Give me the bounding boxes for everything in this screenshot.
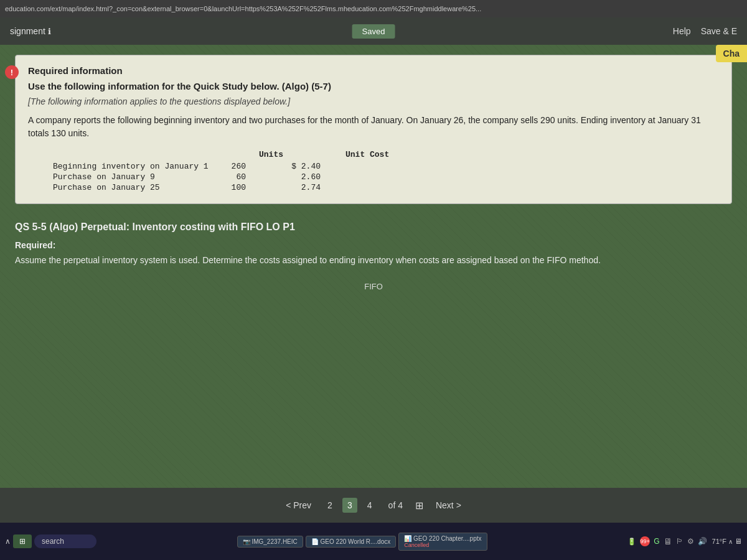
display-icon: 🖥 (735, 537, 742, 546)
app-title: signment ℹ (10, 26, 673, 36)
page-3-active[interactable]: 3 (342, 498, 357, 513)
taskbar-start[interactable]: ⊞ (13, 534, 32, 548)
taskbar-pptx-label: 📊 GEO 220 Chapter....pptx (404, 535, 481, 542)
row2-label: Purchase on January 9 (53, 172, 209, 182)
page-4[interactable]: 4 (364, 499, 376, 511)
app-header: signment ℹ Saved Help Save & E (0, 17, 747, 45)
address-bar: education.com/ext/map/index.html?_con=co… (0, 0, 747, 17)
grid-icon[interactable]: ⊞ (415, 500, 423, 511)
wifi-icon: G (654, 537, 659, 546)
qs-required: Required: (15, 240, 732, 250)
flag-icon: 🏳 (676, 537, 684, 546)
info-subtitle: [The following information applies to th… (28, 96, 719, 106)
qs-title: QS 5-5 (Algo) Perpetual: Inventory costi… (15, 222, 732, 233)
taskbar-up-arrow[interactable]: ∧ (5, 537, 11, 546)
taskbar: ∧ ⊞ search 📷 IMG_2237.HEIC 📄 GEO 220 Wor… (0, 523, 747, 560)
taskbar-item-label: 📷 IMG_2237.HEIC (243, 538, 298, 545)
row2-units: 60 (209, 172, 246, 182)
info-heading: Required information (28, 65, 719, 76)
page-numbers: 2 3 4 (324, 498, 376, 513)
settings-icon: ⚙ (687, 537, 694, 546)
taskbar-system-icons: 🔋 99+ G 🖥 🏳 ⚙ 🔊 (627, 536, 707, 546)
saved-indicator: Saved (352, 24, 395, 39)
row3-label: Purchase on January 25 (53, 183, 209, 192)
main-content: Required information Use the following i… (0, 45, 747, 485)
page-2[interactable]: 2 (324, 499, 336, 511)
fifo-label: FIFO (15, 282, 732, 291)
info-subheading: Use the following information for the Qu… (28, 81, 719, 91)
header-right: Help Save & E (673, 26, 737, 36)
url-text: education.com/ext/map/index.html?_con=co… (5, 5, 481, 12)
info-description: A company reports the following beginnin… (28, 114, 719, 140)
row3-cost: 2.74 (271, 183, 321, 192)
search-label: search (42, 537, 64, 546)
notification-badge: 99+ (640, 536, 650, 546)
info-box: Required information Use the following i… (15, 55, 732, 204)
row1-label: Beginning inventory on January 1 (53, 162, 209, 171)
taskbar-right: 🔋 99+ G 🖥 🏳 ⚙ 🔊 71°F ∧ 🖥 (627, 536, 742, 546)
taskbar-middle: 📷 IMG_2237.HEIC 📄 GEO 220 World R....doc… (99, 533, 625, 551)
temp-label: 71°F (712, 538, 726, 545)
bottom-navigation: < Prev 2 3 4 of 4 ⊞ Next > (0, 488, 747, 523)
cha-button[interactable]: Cha (716, 45, 747, 62)
row2-cost: 2.60 (271, 172, 321, 182)
warning-icon: ! (5, 65, 19, 79)
row3-units: 100 (209, 183, 246, 192)
help-button[interactable]: Help (673, 26, 691, 36)
table-row: Purchase on January 25 100 2.74 (53, 183, 719, 192)
prev-button[interactable]: < Prev (286, 500, 311, 510)
taskbar-search-button[interactable]: search (34, 534, 96, 548)
speaker-icon: 🔊 (698, 537, 707, 546)
table-header-row: Units Unit Cost (53, 150, 719, 159)
units-header: Units (246, 150, 283, 159)
taskbar-docx-label: 📄 GEO 220 World R....docx (311, 538, 390, 545)
taskbar-temperature: 71°F ∧ 🖥 (712, 537, 742, 546)
qs-section: QS 5-5 (Algo) Perpetual: Inventory costi… (15, 217, 732, 272)
taskbar-img-item[interactable]: 📷 IMG_2237.HEIC (237, 536, 303, 548)
taskbar-geo-pptx-item[interactable]: 📊 GEO 220 Chapter....pptx Cancelled (398, 533, 487, 551)
save-button[interactable]: Save & E (701, 26, 737, 36)
battery-icon: 🔋 (627, 538, 636, 546)
table-row: Purchase on January 9 60 2.60 (53, 172, 719, 182)
table-row: Beginning inventory on January 1 260 $ 2… (53, 162, 719, 171)
qs-body: Assume the perpetual inventory system is… (15, 254, 732, 267)
of-label: of 4 (388, 500, 403, 510)
taskbar-cancelled-label: Cancelled (404, 542, 481, 548)
cost-header: Unit Cost (345, 150, 395, 159)
row1-cost: $ 2.40 (271, 162, 321, 171)
row1-units: 260 (209, 162, 246, 171)
arrow-up: ∧ (728, 538, 733, 545)
monitor-icon: 🖥 (664, 536, 672, 546)
inventory-table: Units Unit Cost Beginning inventory on J… (53, 150, 719, 192)
taskbar-geo-docx-item[interactable]: 📄 GEO 220 World R....docx (306, 536, 396, 548)
next-button[interactable]: Next > (436, 500, 461, 510)
